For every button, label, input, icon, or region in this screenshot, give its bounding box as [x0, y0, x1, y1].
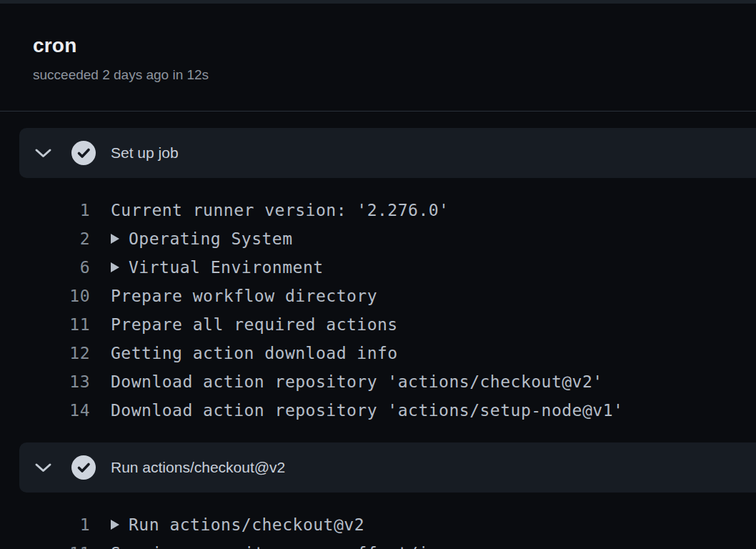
section-header-run-checkout[interactable]: Run actions/checkout@v2: [19, 442, 756, 493]
chevron-down-icon[interactable]: [34, 463, 52, 473]
log-line: 10 Prepare workflow directory: [19, 282, 756, 310]
line-number[interactable]: 1: [19, 201, 90, 219]
log-panel: Set up job 1 Current runner version: '2.…: [0, 112, 756, 549]
log-text: Syncing repository: ...offset/i...: [111, 544, 459, 549]
log-text[interactable]: Run actions/checkout@v2: [129, 515, 364, 534]
triangle-right-icon[interactable]: [111, 520, 119, 530]
log-group-line[interactable]: Run actions/checkout@v2: [111, 515, 364, 534]
log-line: 1 Run actions/checkout@v2: [19, 510, 756, 539]
log-text: Download action repository 'actions/setu…: [111, 401, 623, 420]
line-number[interactable]: 2: [19, 229, 90, 248]
check-circle-icon: [71, 141, 96, 165]
log-section-run-checkout: Run actions/checkout@v2 1 Run actions/ch…: [19, 442, 756, 549]
triangle-right-icon[interactable]: [111, 262, 119, 272]
check-circle-icon: [71, 455, 96, 480]
log-line: 14 Download action repository 'actions/s…: [19, 396, 756, 425]
log-line: 13 Download action repository 'actions/c…: [19, 367, 756, 396]
triangle-right-icon[interactable]: [111, 234, 119, 244]
line-number[interactable]: 12: [19, 344, 90, 362]
line-number[interactable]: 1: [19, 515, 90, 534]
line-number[interactable]: 10: [19, 287, 90, 305]
log-line: 1 Current runner version: '2.276.0': [19, 196, 756, 224]
section-title[interactable]: Run actions/checkout@v2: [111, 459, 285, 476]
log-text[interactable]: Operating System: [129, 229, 293, 248]
log-text: Prepare workflow directory: [111, 287, 377, 305]
job-header: cron succeeded 2 days ago in 12s: [0, 4, 756, 112]
job-name: cron: [33, 34, 723, 58]
log-text: Download action repository 'actions/chec…: [111, 372, 603, 391]
log-section-setup-job: Set up job 1 Current runner version: '2.…: [19, 128, 756, 425]
log-text: Current runner version: '2.276.0': [111, 201, 449, 219]
line-number[interactable]: 13: [19, 372, 90, 391]
log-line-clipped: 11 Syncing repository: ...offset/i...: [19, 539, 756, 549]
log-text: Prepare all required actions: [111, 315, 398, 334]
line-number[interactable]: 11: [19, 544, 90, 549]
chevron-down-icon[interactable]: [34, 148, 52, 159]
log-text: Getting action download info: [111, 344, 398, 362]
actions-log-view: cron succeeded 2 days ago in 12s Set up …: [0, 0, 756, 549]
section-header-setup-job[interactable]: Set up job: [19, 128, 756, 178]
log-line: 6 Virtual Environment: [19, 253, 756, 282]
log-group-line[interactable]: Virtual Environment: [111, 258, 324, 277]
line-number[interactable]: 6: [19, 258, 90, 277]
log-line: 12 Getting action download info: [19, 339, 756, 367]
line-number[interactable]: 14: [19, 401, 90, 420]
log-line: 11 Prepare all required actions: [19, 310, 756, 339]
log-group-line[interactable]: Operating System: [111, 229, 293, 248]
log-text[interactable]: Virtual Environment: [129, 258, 324, 277]
section-title[interactable]: Set up job: [111, 144, 179, 162]
section-lines: 1 Current runner version: '2.276.0' 2 Op…: [19, 178, 756, 425]
line-number[interactable]: 11: [19, 315, 90, 334]
log-line: 2 Operating System: [19, 224, 756, 253]
job-status-line: succeeded 2 days ago in 12s: [33, 66, 723, 83]
section-lines: 1 Run actions/checkout@v2 11 Syncing rep…: [19, 493, 756, 549]
